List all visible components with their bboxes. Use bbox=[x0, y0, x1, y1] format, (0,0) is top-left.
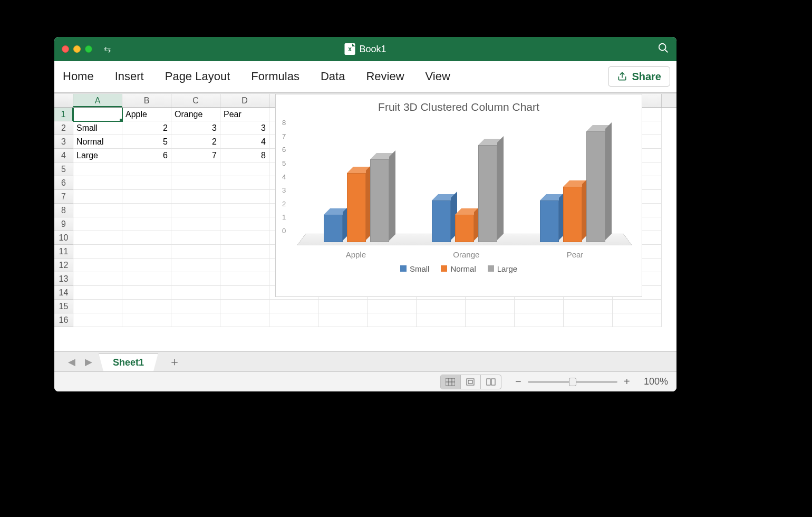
cell-A13[interactable] bbox=[73, 272, 122, 286]
cell-D8[interactable] bbox=[220, 204, 269, 217]
cell-C10[interactable] bbox=[171, 231, 220, 245]
cell-B16[interactable] bbox=[122, 313, 171, 327]
cell-A11[interactable] bbox=[73, 245, 122, 258]
cell-A10[interactable] bbox=[73, 231, 122, 245]
cell-A14[interactable] bbox=[73, 286, 122, 300]
cell-F16[interactable] bbox=[318, 313, 368, 327]
cell-D1[interactable]: Pear bbox=[220, 108, 269, 121]
cell-C14[interactable] bbox=[171, 286, 220, 300]
cell-A4[interactable]: Large bbox=[73, 149, 122, 162]
cell-A6[interactable] bbox=[73, 176, 122, 190]
cell-B9[interactable] bbox=[122, 217, 171, 231]
cell-D13[interactable] bbox=[220, 272, 269, 286]
cell-B15[interactable] bbox=[122, 300, 171, 313]
cell-I15[interactable] bbox=[466, 300, 515, 313]
cell-B14[interactable] bbox=[122, 286, 171, 300]
cell-C3[interactable]: 2 bbox=[171, 135, 220, 149]
chart-bar[interactable] bbox=[432, 200, 451, 242]
select-all-corner[interactable] bbox=[54, 94, 73, 107]
cell-C6[interactable] bbox=[171, 176, 220, 190]
chart-bar[interactable] bbox=[586, 131, 605, 242]
cell-A9[interactable] bbox=[73, 217, 122, 231]
row-header-6[interactable]: 6 bbox=[54, 176, 73, 190]
cell-B7[interactable] bbox=[122, 190, 171, 204]
row-header-15[interactable]: 15 bbox=[54, 300, 73, 313]
share-button[interactable]: Share bbox=[608, 66, 670, 87]
row-header-16[interactable]: 16 bbox=[54, 313, 73, 327]
row-header-3[interactable]: 3 bbox=[54, 135, 73, 149]
zoom-slider[interactable]: − + bbox=[513, 376, 632, 388]
add-sheet-button[interactable]: ＋ bbox=[161, 354, 188, 370]
row-header-5[interactable]: 5 bbox=[54, 162, 73, 176]
cell-C16[interactable] bbox=[171, 313, 220, 327]
chart-bar[interactable] bbox=[455, 215, 474, 243]
cell-B3[interactable]: 5 bbox=[122, 135, 171, 149]
cell-B12[interactable] bbox=[122, 258, 171, 272]
column-header-B[interactable]: B bbox=[122, 94, 171, 107]
cell-D7[interactable] bbox=[220, 190, 269, 204]
chart-bar[interactable] bbox=[563, 187, 582, 242]
cell-B13[interactable] bbox=[122, 272, 171, 286]
cell-C12[interactable] bbox=[171, 258, 220, 272]
cell-E15[interactable] bbox=[269, 300, 318, 313]
row-header-12[interactable]: 12 bbox=[54, 258, 73, 272]
cell-B6[interactable] bbox=[122, 176, 171, 190]
cell-B8[interactable] bbox=[122, 204, 171, 217]
cell-D2[interactable]: 3 bbox=[220, 121, 269, 135]
cell-G16[interactable] bbox=[368, 313, 417, 327]
ribbon-tab-formulas[interactable]: Formulas bbox=[251, 70, 299, 83]
cell-C9[interactable] bbox=[171, 217, 220, 231]
ribbon-tab-page-layout[interactable]: Page Layout bbox=[165, 70, 230, 83]
cell-B5[interactable] bbox=[122, 162, 171, 176]
chart-bar[interactable] bbox=[347, 173, 366, 242]
cell-C15[interactable] bbox=[171, 300, 220, 313]
cell-C11[interactable] bbox=[171, 245, 220, 258]
row-header-11[interactable]: 11 bbox=[54, 245, 73, 258]
cell-A16[interactable] bbox=[73, 313, 122, 327]
cell-B2[interactable]: 2 bbox=[122, 121, 171, 135]
zoom-level-label[interactable]: 100% bbox=[644, 376, 668, 387]
cell-A3[interactable]: Normal bbox=[73, 135, 122, 149]
view-page-break-button[interactable] bbox=[481, 375, 501, 389]
cell-D4[interactable]: 8 bbox=[220, 149, 269, 162]
embedded-chart[interactable]: Fruit 3D Clustered Column Chart 87654321… bbox=[275, 94, 642, 297]
cell-B4[interactable]: 6 bbox=[122, 149, 171, 162]
ribbon-tab-insert[interactable]: Insert bbox=[115, 70, 144, 83]
cell-B10[interactable] bbox=[122, 231, 171, 245]
column-header-D[interactable]: D bbox=[220, 94, 269, 107]
cell-D12[interactable] bbox=[220, 258, 269, 272]
cell-A2[interactable]: Small bbox=[73, 121, 122, 135]
search-icon[interactable] bbox=[658, 42, 669, 56]
row-header-13[interactable]: 13 bbox=[54, 272, 73, 286]
cell-G15[interactable] bbox=[368, 300, 417, 313]
zoom-out-button[interactable]: − bbox=[513, 376, 524, 388]
zoom-in-button[interactable]: + bbox=[622, 376, 632, 388]
ribbon-tab-view[interactable]: View bbox=[426, 70, 450, 83]
cell-D9[interactable] bbox=[220, 217, 269, 231]
cell-D3[interactable]: 4 bbox=[220, 135, 269, 149]
cell-D14[interactable] bbox=[220, 286, 269, 300]
sheet-tab-active[interactable]: Sheet1 bbox=[99, 353, 158, 371]
cell-D10[interactable] bbox=[220, 231, 269, 245]
cell-E16[interactable] bbox=[269, 313, 318, 327]
close-window-button[interactable] bbox=[62, 45, 69, 53]
cell-B1[interactable]: Apple bbox=[122, 108, 171, 121]
cell-D16[interactable] bbox=[220, 313, 269, 327]
row-header-8[interactable]: 8 bbox=[54, 204, 73, 217]
cell-A1[interactable] bbox=[73, 108, 122, 121]
cell-C5[interactable] bbox=[171, 162, 220, 176]
sheet-nav-next-icon[interactable]: ▶ bbox=[82, 354, 95, 370]
cell-C13[interactable] bbox=[171, 272, 220, 286]
cell-C7[interactable] bbox=[171, 190, 220, 204]
chart-bar[interactable] bbox=[324, 215, 343, 243]
row-header-1[interactable]: 1 bbox=[54, 108, 73, 121]
cell-K16[interactable] bbox=[564, 313, 613, 327]
view-page-layout-button[interactable] bbox=[461, 375, 481, 389]
cell-A7[interactable] bbox=[73, 190, 122, 204]
cell-C1[interactable]: Orange bbox=[171, 108, 220, 121]
row-header-4[interactable]: 4 bbox=[54, 149, 73, 162]
chart-bar[interactable] bbox=[540, 200, 559, 242]
cell-H16[interactable] bbox=[417, 313, 466, 327]
chart-bar[interactable] bbox=[478, 145, 497, 242]
cell-K15[interactable] bbox=[564, 300, 613, 313]
